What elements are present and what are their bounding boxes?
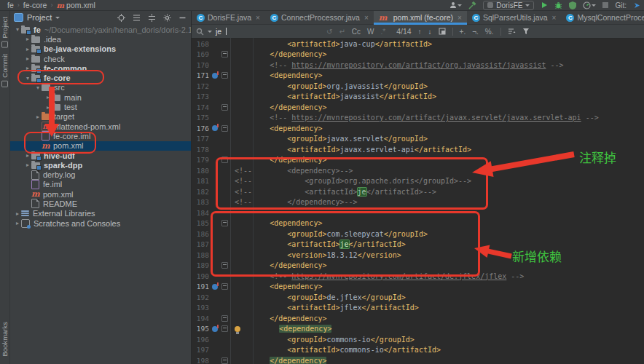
chevron-right-icon[interactable]: ▸ [24,65,31,71]
fold-marker-icon[interactable] [221,51,228,58]
settings-gear-icon[interactable] [163,14,171,22]
tab-ConnectProcessor.java[interactable]: CConnectProcessor.java× [265,11,374,24]
code-line-186[interactable]: 186 <groupId>com.sleepycat</groupId> [192,229,644,240]
find-in-selection-icon[interactable] [439,28,446,35]
fold-marker-icon[interactable] [221,157,228,163]
locate-file-icon[interactable] [117,14,125,22]
code-line-185[interactable]: 185 <dependency> [192,218,644,229]
collapse-all-icon[interactable] [148,14,156,22]
tree-item-Scratches-and-Consoles[interactable]: ▸Scratches and Consoles [9,218,191,228]
code-line-171[interactable]: 171 <dependency> [192,71,644,82]
code-line-184[interactable]: 184 [192,207,644,218]
regex-toggle[interactable]: .* [380,28,385,36]
code-line-181[interactable]: 181<!-- <groupId>org.apache.doris</group… [192,176,644,187]
next-match-button[interactable]: ↓ [428,28,432,36]
code-line-196[interactable]: 196 <groupId>commons-io</groupId> [192,334,644,345]
coverage-button[interactable] [569,1,576,9]
code-line-198[interactable]: 198 </dependency> [192,355,644,364]
tree-item-External-Libraries[interactable]: ▸External Libraries [9,209,191,218]
select-all-occurrences-button[interactable]: %. [485,28,494,36]
tree-item-spark-dpp[interactable]: ▸spark-dpp [9,160,191,170]
fold-marker-icon[interactable] [221,104,228,111]
breadcrumb[interactable]: fe›fe-core›mpom.xml [0,1,95,9]
code-line-172[interactable]: 172 <groupId>org.javassist</groupId> [192,81,644,92]
bookmark-icon[interactable] [212,73,218,79]
chevron-right-icon[interactable]: ▸ [34,114,42,120]
code-line-174[interactable]: 174 </dependency> [192,102,644,113]
tree-item-src[interactable]: ▾src [9,83,191,92]
match-case-toggle[interactable]: Cc [352,28,361,36]
add-occurrence-button[interactable]: +. [460,28,466,36]
code-viewport[interactable]: 168 <artifactId>java-cup</artifactId>169… [192,38,644,364]
fold-marker-icon[interactable] [221,357,228,364]
comment-link[interactable]: https://mvnrepository.com/artifact/de.jf… [291,272,506,280]
tree-item-check[interactable]: ▸check [9,54,191,63]
code-line-188[interactable]: 188 <version>18.3.12</version> [192,250,644,261]
regex-hint-icon[interactable]: ↺ [326,28,332,36]
close-icon[interactable]: × [364,14,369,22]
new-line-icon[interactable]: ↵ [339,28,345,36]
tree-item-.flattened-pom.xml[interactable]: m.flattened-pom.xml [9,122,191,131]
code-line-190[interactable]: 190 <!-- https://mvnrepository.com/artif… [192,271,644,282]
tree-item-fe-core[interactable]: ▾fe-core [9,73,191,82]
code-line-182[interactable]: 182<!-- <artifactId>je</artifactId>--> [192,186,644,197]
tree-item-pom.xml[interactable]: mpom.xml [9,189,191,199]
breadcrumb-item-fe[interactable]: fe [7,1,14,9]
code-line-169[interactable]: 169 </dependency> [192,50,644,60]
filter-options-icon[interactable] [508,28,516,35]
code-line-175[interactable]: 175 <!-- https://mvnrepository.com/artif… [192,113,644,124]
bookmark-icon[interactable] [212,284,218,290]
chevron-down-icon[interactable]: ▾ [14,26,21,33]
tree-item-test[interactable]: ▸test [9,102,191,111]
comment-link[interactable]: https://mvnrepository.com/artifact/org.j… [291,61,546,69]
tree-item-main[interactable]: ▸main [9,92,191,102]
code-line-170[interactable]: 170 <!-- https://mvnrepository.com/artif… [192,60,644,71]
tab-SqlParserUtils.java[interactable]: CSqlParserUtils.java× [467,11,562,24]
run-configuration-select[interactable]: DorisFE [483,1,534,10]
code-line-193[interactable]: 193 <artifactId>jflex</artifactId> [192,303,644,314]
run-button[interactable] [541,1,548,9]
tree-item-fe.iml[interactable]: fe.iml [9,180,191,189]
chevron-right-icon[interactable]: ▸ [24,55,31,62]
profiler-button[interactable] [583,1,596,9]
chevron-down-icon[interactable]: ▾ [34,84,42,91]
expand-all-icon[interactable] [133,14,141,22]
chevron-right-icon[interactable]: ▸ [24,36,31,42]
tab-DorisFE.java[interactable]: CDorisFE.java× [192,11,265,24]
code-line-191[interactable]: 191 <dependency> [192,282,644,293]
close-icon[interactable]: × [552,14,557,22]
tree-item-be-java-extensions[interactable]: ▸be-java-extensions [9,44,191,54]
filter-funnel-icon[interactable] [522,28,530,35]
stop-button[interactable] [602,2,608,8]
fold-marker-icon[interactable] [221,315,228,322]
tree-item-hive-udf[interactable]: ▸hive-udf [9,151,191,160]
code-line-176[interactable]: 176 <dependency> [192,123,644,134]
previous-match-button[interactable]: ↑ [418,28,422,36]
fold-marker-icon[interactable] [221,262,228,269]
code-line-179[interactable]: 179 </dependency> [192,155,644,166]
tree-item-fe[interactable]: ▾fe~/Documents/yaxin/henan_doris/doris-2… [9,25,191,34]
bookmark-icon[interactable] [212,326,218,332]
bookmark-icon[interactable] [212,125,218,131]
search-history-icon[interactable] [208,31,212,33]
debug-button[interactable] [554,1,562,9]
breadcrumb-item-pom.xml[interactable]: pom.xml [66,1,95,9]
chevron-right-icon[interactable]: ▸ [14,220,21,226]
code-line-168[interactable]: 168 <artifactId>java-cup</artifactId> [192,39,644,50]
code-line-195[interactable]: 195 <dependency> [192,324,644,335]
code-line-183[interactable]: 183<!-- </dependency>--> [192,197,644,208]
tree-item-.idea[interactable]: ▸.idea [9,34,191,44]
close-icon[interactable]: × [458,14,462,22]
chevron-down-icon[interactable]: ▾ [24,75,31,82]
tree-item-target[interactable]: ▸target [9,112,191,122]
tool-button-bookmarks[interactable]: Bookmarks [1,322,9,357]
fold-marker-icon[interactable] [221,125,228,132]
remove-occurrence-button[interactable]: ¬. [472,28,479,36]
tree-item-fe-common[interactable]: ▸fe-common [9,63,191,73]
chevron-right-icon[interactable]: ▸ [24,46,31,52]
code-line-192[interactable]: 192 <groupId>de.jflex</groupId> [192,292,644,303]
code-line-173[interactable]: 173 <artifactId>javassist</artifactId> [192,92,644,103]
chevron-right-icon[interactable]: ▸ [44,94,52,100]
fold-marker-icon[interactable] [221,72,228,79]
comment-link[interactable]: https://mvnrepository.com/artifact/javax… [291,114,581,122]
